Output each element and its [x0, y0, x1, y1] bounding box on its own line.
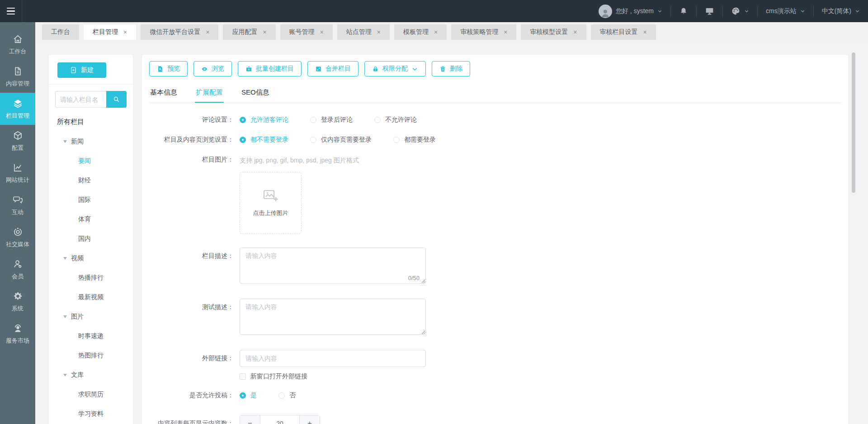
close-icon[interactable]: × [434, 29, 438, 35]
external-link-input[interactable] [240, 350, 426, 367]
cube-icon [13, 130, 23, 141]
tree-item-video[interactable]: 视频 [55, 254, 127, 262]
tab-site-management[interactable]: 站点管理× [337, 24, 390, 40]
tree-item-domestic[interactable]: 国内 [55, 235, 127, 243]
preview-button[interactable]: 预览 [149, 61, 188, 76]
column-search-input[interactable] [55, 91, 106, 108]
close-icon[interactable]: × [263, 29, 266, 35]
notification-button[interactable] [671, 6, 696, 17]
radio-dot [374, 117, 381, 123]
tab-audit-column-settings[interactable]: 审核栏目设置× [591, 24, 656, 40]
new-column-button[interactable]: 新建 [57, 62, 106, 78]
radio-dot [278, 392, 285, 399]
sidebar-item-content-management[interactable]: 内容管理 [0, 61, 35, 93]
sidebar-item-interaction[interactable]: 互动 [0, 189, 35, 221]
close-icon[interactable]: × [123, 29, 127, 35]
tree-item-resume[interactable]: 求职简历 [55, 391, 127, 399]
close-icon[interactable]: × [573, 29, 577, 35]
caret-down-icon[interactable] [63, 140, 67, 143]
tree-item-library[interactable]: 文库 [55, 371, 127, 379]
close-icon[interactable]: × [320, 29, 324, 35]
caret-down-icon[interactable] [63, 257, 67, 260]
gear-icon [13, 291, 23, 301]
test-description-textarea[interactable] [240, 299, 426, 335]
new-window-checkbox[interactable] [240, 373, 246, 380]
tree-item-hot-pictures[interactable]: 热图排行 [55, 352, 127, 360]
tab-seo-info[interactable]: SEO信息 [241, 84, 270, 103]
tree-item-current-events[interactable]: 时事速递 [55, 332, 127, 340]
tree-item-hot-ranking[interactable]: 热播排行 [55, 274, 127, 282]
tab-extended-config[interactable]: 扩展配置 [195, 84, 224, 103]
theme-menu[interactable] [723, 6, 757, 17]
radio-allow-guest-comment[interactable]: 允许游客评论 [240, 116, 288, 124]
radio-all-login-required[interactable]: 都需要登录 [393, 136, 436, 144]
sidebar-item-social-media[interactable]: 社交媒体 [0, 221, 35, 253]
tab-column-management[interactable]: 栏目管理× [84, 24, 136, 40]
field-label: 内容列表每页显示内容数： [149, 419, 240, 424]
scrollbar-thumb[interactable] [852, 52, 855, 193]
close-icon[interactable]: × [377, 29, 381, 35]
sidebar-item-site-statistics[interactable]: 网站统计 [0, 157, 35, 189]
radio-content-page-login[interactable]: 仅内容页需要登录 [310, 136, 372, 144]
form-tab-bar: 基本信息 扩展配置 SEO信息 [149, 84, 841, 103]
extended-config-form: 评论设置： 允许游客评论 登录后评论 不允许评论 栏目及内容页浏览设置： 都不需… [149, 116, 841, 424]
sidebar-item-workbench[interactable]: 工作台 [0, 29, 35, 61]
user-menu[interactable]: 您好 , system [590, 6, 670, 17]
tab-app-config[interactable]: 应用配置× [223, 24, 275, 40]
tab-basic-info[interactable]: 基本信息 [149, 84, 178, 103]
tree-item-headlines[interactable]: 要闻 [55, 157, 127, 165]
hamburger-menu-icon[interactable] [0, 0, 22, 22]
search-button[interactable] [106, 91, 127, 108]
caret-down-icon[interactable] [63, 315, 67, 318]
briefcase-plus-icon [245, 66, 252, 72]
close-icon[interactable]: × [643, 29, 647, 35]
delete-button[interactable]: 删除 [432, 61, 470, 76]
tab-audit-policy-management[interactable]: 审核策略管理× [451, 24, 516, 40]
image-upload-dropzone[interactable]: 点击上传图片 [240, 172, 302, 234]
merge-icon [315, 66, 322, 72]
content-area: 新建 所有栏目 新闻 要闻 财经 国际 体育 国内 视频 热播排行 最新视频 图… [35, 42, 868, 424]
radio-contribute-no[interactable]: 否 [278, 391, 296, 400]
sidebar-item-service-market[interactable]: 服务市场 [0, 318, 35, 350]
test-description-row: 测试描述： [149, 299, 841, 336]
caret-down-icon[interactable] [63, 374, 67, 376]
merge-columns-button[interactable]: 合并栏目 [307, 61, 359, 76]
tab-account-management[interactable]: 账号管理× [280, 24, 333, 40]
tab-template-management[interactable]: 模板管理× [394, 24, 447, 40]
layers-icon [13, 98, 23, 109]
browse-button[interactable]: 浏览 [193, 61, 232, 76]
radio-comment-after-login[interactable]: 登录后评论 [310, 116, 353, 124]
close-icon[interactable]: × [206, 29, 209, 35]
display-button[interactable] [697, 6, 722, 17]
site-selector[interactable]: cms演示站 [758, 6, 813, 17]
tab-workbench[interactable]: 工作台 [42, 24, 79, 40]
column-description-textarea[interactable] [240, 248, 426, 284]
vertical-scrollbar[interactable] [851, 52, 856, 424]
tree-item-news[interactable]: 新闻 [55, 138, 127, 146]
increase-button[interactable]: + [299, 415, 320, 424]
tree-item-study-material[interactable]: 学习资料 [55, 410, 127, 418]
tree-item-latest-video[interactable]: 最新视频 [55, 293, 127, 301]
tree-item-pictures[interactable]: 图片 [55, 313, 127, 321]
sidebar-item-column-management[interactable]: 栏目管理 [0, 93, 35, 125]
page-size-value[interactable]: 20 [260, 415, 299, 424]
tab-audit-model-settings[interactable]: 审核模型设置× [521, 24, 586, 40]
sidebar-item-label: 互动 [12, 208, 24, 216]
tree-item-international[interactable]: 国际 [55, 196, 127, 204]
sidebar-item-system[interactable]: 系统 [0, 286, 35, 318]
language-selector[interactable]: 中文(简体) [814, 6, 868, 17]
sidebar-item-config[interactable]: 配置 [0, 125, 35, 157]
batch-create-columns-button[interactable]: 批量创建栏目 [238, 61, 302, 76]
tree-item-finance[interactable]: 财经 [55, 176, 127, 185]
radio-contribute-yes[interactable]: 是 [240, 391, 257, 400]
sidebar-item-members[interactable]: 会员 [0, 253, 35, 286]
radio-no-comment[interactable]: 不允许评论 [374, 116, 417, 124]
close-icon[interactable]: × [504, 29, 507, 35]
tab-wechat-open-platform-settings[interactable]: 微信开放平台设置× [141, 24, 218, 40]
permission-assign-button[interactable]: 权限分配 [364, 61, 426, 76]
decrease-button[interactable]: − [240, 415, 260, 424]
column-search [55, 91, 127, 108]
radio-no-login-required[interactable]: 都不需要登录 [240, 136, 288, 144]
tree-item-sports[interactable]: 体育 [55, 215, 127, 224]
bell-icon [679, 7, 688, 16]
